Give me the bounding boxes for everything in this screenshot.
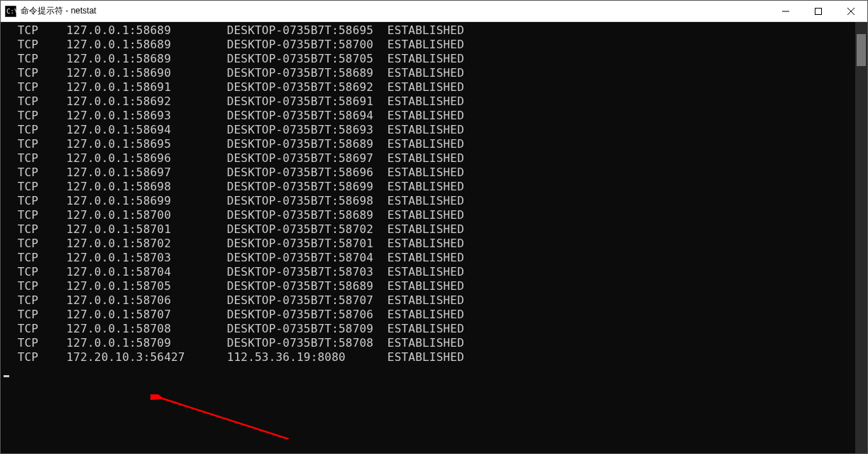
remote-address-cell: DESKTOP-0735B7T:58702 — [227, 222, 388, 236]
local-address-cell: 127.0.0.1:58698 — [67, 180, 227, 193]
table-row: TCP 127.0.0.1:58701 DESKTOP-0735B7T:5870… — [4, 222, 852, 237]
proto-cell: TCP — [4, 166, 67, 179]
remote-address-cell: DESKTOP-0735B7T:58697 — [227, 151, 388, 165]
local-address-cell: 172.20.10.3:56427 — [67, 350, 227, 364]
remote-address-cell: DESKTOP-0735B7T:58703 — [227, 265, 388, 279]
remote-address-cell: DESKTOP-0735B7T:58704 — [227, 251, 388, 264]
table-row: TCP 127.0.0.1:58709 DESKTOP-0735B7T:5870… — [4, 336, 852, 350]
state-cell: ESTABLISHED — [388, 208, 464, 222]
cmd-window: C:\ 命令提示符 - netstat TCP 127.0.0.1:58689 … — [0, 0, 868, 454]
remote-address-cell: DESKTOP-0735B7T:58700 — [227, 38, 388, 51]
terminal-container: TCP 127.0.0.1:58689 DESKTOP-0735B7T:5869… — [1, 22, 867, 453]
cmd-icon: C:\ — [5, 6, 16, 17]
proto-cell: TCP — [4, 237, 67, 250]
table-row: TCP 127.0.0.1:58708 DESKTOP-0735B7T:5870… — [4, 322, 852, 336]
local-address-cell: 127.0.0.1:58693 — [67, 109, 227, 122]
local-address-cell: 127.0.0.1:58701 — [67, 222, 227, 236]
local-address-cell: 127.0.0.1:58704 — [67, 265, 227, 279]
proto-cell: TCP — [4, 180, 67, 193]
state-cell: ESTABLISHED — [388, 265, 464, 279]
table-row: TCP 127.0.0.1:58692 DESKTOP-0735B7T:5869… — [4, 94, 852, 109]
close-button[interactable] — [835, 1, 867, 21]
table-row: TCP 127.0.0.1:58694 DESKTOP-0735B7T:5869… — [4, 123, 852, 137]
window-controls — [769, 1, 867, 21]
proto-cell: TCP — [4, 38, 67, 51]
proto-cell: TCP — [4, 222, 67, 236]
terminal-output[interactable]: TCP 127.0.0.1:58689 DESKTOP-0735B7T:5869… — [1, 22, 855, 453]
table-row: TCP 127.0.0.1:58704 DESKTOP-0735B7T:5870… — [4, 265, 852, 279]
local-address-cell: 127.0.0.1:58703 — [67, 251, 227, 264]
local-address-cell: 127.0.0.1:58702 — [67, 237, 227, 250]
state-cell: ESTABLISHED — [388, 109, 464, 122]
remote-address-cell: DESKTOP-0735B7T:58706 — [227, 308, 388, 321]
state-cell: ESTABLISHED — [388, 80, 464, 94]
remote-address-cell: DESKTOP-0735B7T:58698 — [227, 194, 388, 207]
local-address-cell: 127.0.0.1:58699 — [67, 194, 227, 207]
scrollbar-thumb[interactable] — [857, 34, 866, 66]
table-row: TCP 127.0.0.1:58689 DESKTOP-0735B7T:5870… — [4, 52, 852, 66]
state-cell: ESTABLISHED — [388, 322, 464, 335]
local-address-cell: 127.0.0.1:58709 — [67, 336, 227, 350]
proto-cell: TCP — [4, 194, 67, 207]
proto-cell: TCP — [4, 350, 67, 364]
state-cell: ESTABLISHED — [388, 94, 464, 108]
proto-cell: TCP — [4, 94, 67, 108]
remote-address-cell: DESKTOP-0735B7T:58689 — [227, 66, 388, 80]
proto-cell: TCP — [4, 251, 67, 264]
state-cell: ESTABLISHED — [388, 194, 464, 207]
local-address-cell: 127.0.0.1:58708 — [67, 322, 227, 335]
minimize-button[interactable] — [769, 1, 802, 21]
state-cell: ESTABLISHED — [388, 123, 464, 136]
local-address-cell: 127.0.0.1:58689 — [67, 52, 227, 65]
state-cell: ESTABLISHED — [388, 180, 464, 193]
remote-address-cell: DESKTOP-0735B7T:58689 — [227, 279, 388, 293]
table-row: TCP 127.0.0.1:58690 DESKTOP-0735B7T:5868… — [4, 66, 852, 80]
vertical-scrollbar[interactable] — [855, 22, 867, 453]
state-cell: ESTABLISHED — [388, 350, 464, 364]
table-row: TCP 127.0.0.1:58689 DESKTOP-0735B7T:5869… — [4, 23, 852, 38]
table-row: TCP 127.0.0.1:58700 DESKTOP-0735B7T:5868… — [4, 208, 852, 222]
local-address-cell: 127.0.0.1:58690 — [67, 66, 227, 80]
cursor — [4, 375, 9, 377]
proto-cell: TCP — [4, 80, 67, 94]
state-cell: ESTABLISHED — [388, 237, 464, 250]
local-address-cell: 127.0.0.1:58689 — [67, 38, 227, 51]
table-row: TCP 127.0.0.1:58705 DESKTOP-0735B7T:5868… — [4, 279, 852, 293]
remote-address-cell: DESKTOP-0735B7T:58699 — [227, 180, 388, 193]
state-cell: ESTABLISHED — [388, 222, 464, 236]
proto-cell: TCP — [4, 322, 67, 335]
remote-address-cell: DESKTOP-0735B7T:58707 — [227, 293, 388, 307]
state-cell: ESTABLISHED — [388, 293, 464, 307]
titlebar[interactable]: C:\ 命令提示符 - netstat — [1, 1, 867, 22]
state-cell: ESTABLISHED — [388, 251, 464, 264]
remote-address-cell: DESKTOP-0735B7T:58695 — [227, 23, 388, 37]
proto-cell: TCP — [4, 293, 67, 307]
table-row: TCP 127.0.0.1:58706 DESKTOP-0735B7T:5870… — [4, 293, 852, 308]
proto-cell: TCP — [4, 123, 67, 136]
proto-cell: TCP — [4, 151, 67, 165]
local-address-cell: 127.0.0.1:58694 — [67, 123, 227, 136]
state-cell: ESTABLISHED — [388, 52, 464, 65]
proto-cell: TCP — [4, 265, 67, 279]
proto-cell: TCP — [4, 52, 67, 65]
remote-address-cell: DESKTOP-0735B7T:58705 — [227, 52, 388, 65]
remote-address-cell: DESKTOP-0735B7T:58708 — [227, 336, 388, 350]
proto-cell: TCP — [4, 308, 67, 321]
table-row: TCP 172.20.10.3:56427 112.53.36.19:8080 … — [4, 350, 852, 364]
state-cell: ESTABLISHED — [388, 66, 464, 80]
local-address-cell: 127.0.0.1:58689 — [67, 23, 227, 37]
remote-address-cell: DESKTOP-0735B7T:58696 — [227, 166, 388, 179]
proto-cell: TCP — [4, 208, 67, 222]
remote-address-cell: DESKTOP-0735B7T:58693 — [227, 123, 388, 136]
proto-cell: TCP — [4, 336, 67, 350]
table-row: TCP 127.0.0.1:58689 DESKTOP-0735B7T:5870… — [4, 38, 852, 52]
svg-rect-3 — [815, 8, 822, 14]
table-row: TCP 127.0.0.1:58697 DESKTOP-0735B7T:5869… — [4, 166, 852, 180]
state-cell: ESTABLISHED — [388, 23, 464, 37]
proto-cell: TCP — [4, 137, 67, 151]
state-cell: ESTABLISHED — [388, 38, 464, 51]
table-row: TCP 127.0.0.1:58699 DESKTOP-0735B7T:5869… — [4, 194, 852, 208]
maximize-button[interactable] — [802, 1, 835, 21]
local-address-cell: 127.0.0.1:58695 — [67, 137, 227, 151]
local-address-cell: 127.0.0.1:58700 — [67, 208, 227, 222]
